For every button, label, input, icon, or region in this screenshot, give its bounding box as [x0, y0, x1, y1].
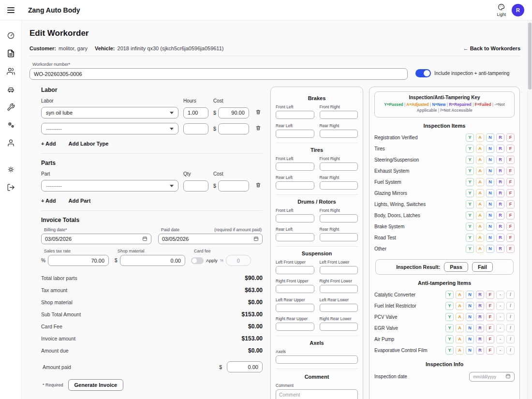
- option-failed-button[interactable]: F: [486, 313, 494, 321]
- add-part-button[interactable]: Add Part: [68, 198, 90, 204]
- option-not-applicable-button[interactable]: -: [496, 346, 504, 355]
- measurement-input[interactable]: [276, 285, 314, 293]
- delete-labor-row-button[interactable]: [254, 124, 262, 133]
- option-repaired-button[interactable]: R: [496, 189, 504, 197]
- option-failed-button[interactable]: F: [486, 346, 494, 355]
- card-fee-toggle[interactable]: [191, 257, 204, 264]
- measurement-input[interactable]: [276, 181, 314, 190]
- option-new-button[interactable]: N: [486, 133, 494, 142]
- option-new-button[interactable]: N: [466, 324, 474, 332]
- option-adjusted-button[interactable]: A: [476, 234, 484, 242]
- option-new-button[interactable]: N: [466, 291, 474, 299]
- option-failed-button[interactable]: F: [506, 200, 515, 208]
- option-not-accessible-button[interactable]: /: [506, 346, 515, 355]
- option-pass-button[interactable]: Y: [466, 189, 474, 197]
- option-failed-button[interactable]: F: [486, 335, 494, 343]
- sidebar-item-services[interactable]: [5, 102, 16, 113]
- comment-input[interactable]: [276, 389, 358, 399]
- theme-toggle[interactable]: Light: [497, 3, 506, 17]
- sales-tax-input[interactable]: [48, 255, 109, 266]
- option-adjusted-button[interactable]: A: [476, 133, 484, 142]
- vertical-scrollbar[interactable]: [527, 20, 532, 399]
- amount-paid-input[interactable]: [227, 361, 263, 372]
- option-not-applicable-button[interactable]: -: [496, 335, 504, 343]
- option-failed-button[interactable]: F: [506, 189, 515, 197]
- option-repaired-button[interactable]: R: [476, 335, 484, 343]
- option-failed-button[interactable]: F: [486, 291, 494, 299]
- inspection-date-input[interactable]: mm/dd/yyyy: [469, 372, 515, 382]
- option-not-accessible-button[interactable]: /: [506, 324, 515, 332]
- add-labor-row-button[interactable]: + Add: [41, 141, 56, 147]
- sidebar-item-dashboard[interactable]: [5, 30, 16, 42]
- option-adjusted-button[interactable]: A: [476, 156, 484, 164]
- option-pass-button[interactable]: Y: [445, 302, 454, 310]
- labor-cost-input[interactable]: [218, 123, 249, 134]
- option-repaired-button[interactable]: R: [476, 291, 484, 299]
- option-new-button[interactable]: N: [466, 335, 474, 343]
- option-not-accessible-button[interactable]: /: [506, 291, 515, 299]
- option-not-accessible-button[interactable]: /: [506, 302, 515, 310]
- option-adjusted-button[interactable]: A: [456, 291, 464, 299]
- measurement-input[interactable]: [276, 323, 314, 331]
- option-pass-button[interactable]: Y: [466, 178, 474, 186]
- option-adjusted-button[interactable]: A: [456, 346, 464, 355]
- option-repaired-button[interactable]: R: [476, 324, 484, 332]
- option-failed-button[interactable]: F: [506, 222, 515, 231]
- sidebar-item-labor-settings[interactable]: [5, 119, 16, 131]
- option-adjusted-button[interactable]: A: [476, 222, 484, 231]
- user-avatar[interactable]: R: [512, 4, 524, 16]
- add-part-row-button[interactable]: + Add: [41, 198, 56, 204]
- option-new-button[interactable]: N: [466, 346, 474, 355]
- option-repaired-button[interactable]: R: [496, 211, 504, 220]
- option-not-accessible-button[interactable]: /: [506, 313, 515, 321]
- delete-labor-row-button[interactable]: [254, 108, 262, 118]
- option-new-button[interactable]: N: [486, 178, 494, 186]
- option-not-accessible-button[interactable]: /: [506, 335, 515, 343]
- option-new-button[interactable]: N: [486, 211, 494, 220]
- sidebar-item-account[interactable]: [5, 137, 16, 149]
- option-new-button[interactable]: N: [486, 200, 494, 208]
- option-new-button[interactable]: N: [486, 167, 494, 175]
- option-not-applicable-button[interactable]: -: [496, 313, 504, 321]
- option-repaired-button[interactable]: R: [496, 167, 504, 175]
- add-labor-type-button[interactable]: Add Labor Type: [68, 141, 108, 147]
- menu-toggle-button[interactable]: [0, 0, 22, 20]
- option-new-button[interactable]: N: [486, 189, 494, 197]
- measurement-input[interactable]: [276, 130, 314, 138]
- option-adjusted-button[interactable]: A: [476, 189, 484, 197]
- option-pass-button[interactable]: Y: [466, 222, 474, 231]
- option-failed-button[interactable]: F: [506, 178, 515, 186]
- option-pass-button[interactable]: Y: [445, 346, 454, 355]
- option-adjusted-button[interactable]: A: [456, 313, 464, 321]
- measurement-input[interactable]: [276, 214, 314, 222]
- measurement-input[interactable]: [276, 111, 314, 119]
- option-adjusted-button[interactable]: A: [476, 245, 484, 253]
- option-adjusted-button[interactable]: A: [476, 211, 484, 220]
- option-adjusted-button[interactable]: A: [456, 335, 464, 343]
- option-failed-button[interactable]: F: [506, 133, 515, 142]
- option-pass-button[interactable]: Y: [466, 234, 474, 242]
- measurement-input[interactable]: [320, 323, 358, 331]
- option-new-button[interactable]: N: [466, 313, 474, 321]
- sidebar-item-logout[interactable]: [5, 182, 16, 193]
- fail-button[interactable]: Fail: [472, 262, 493, 272]
- measurement-input[interactable]: [320, 181, 358, 190]
- measurement-input[interactable]: [320, 111, 358, 119]
- sidebar-item-vehicles[interactable]: [5, 84, 16, 95]
- option-pass-button[interactable]: Y: [466, 133, 474, 142]
- option-repaired-button[interactable]: R: [496, 156, 504, 164]
- inspection-toggle[interactable]: [415, 69, 431, 77]
- option-repaired-button[interactable]: R: [496, 222, 504, 231]
- paid-date-input[interactable]: 03/05/2026: [158, 234, 263, 244]
- option-new-button[interactable]: N: [486, 156, 494, 164]
- option-failed-button[interactable]: F: [506, 234, 515, 242]
- option-adjusted-button[interactable]: A: [476, 145, 484, 153]
- option-failed-button[interactable]: F: [506, 145, 515, 153]
- labor-hours-input[interactable]: [183, 123, 208, 134]
- option-pass-button[interactable]: Y: [466, 211, 474, 220]
- option-pass-button[interactable]: Y: [466, 200, 474, 208]
- option-repaired-button[interactable]: R: [476, 313, 484, 321]
- option-pass-button[interactable]: Y: [445, 324, 454, 332]
- measurement-input[interactable]: [276, 266, 314, 274]
- option-pass-button[interactable]: Y: [445, 335, 454, 343]
